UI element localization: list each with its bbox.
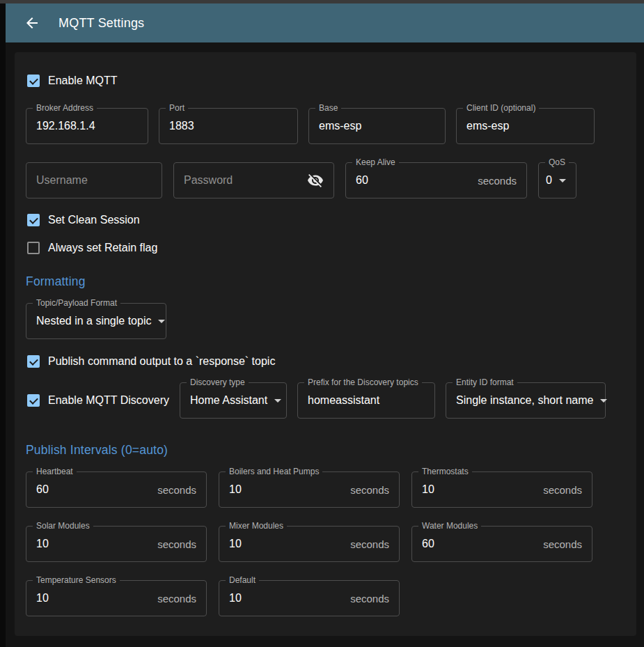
mixer-interval-field[interactable]: Mixer Modules 10 seconds (219, 526, 400, 562)
field-label: QoS (545, 158, 569, 167)
field-label: Port (166, 104, 188, 113)
select-value: Single instance, short name (456, 394, 593, 407)
field-label: Base (315, 104, 341, 113)
formatting-heading: Formatting (26, 274, 625, 289)
retain-flag-checkbox[interactable]: Always set Retain flag (26, 242, 625, 254)
chevron-down-icon (559, 179, 566, 182)
field-value: 60 (356, 174, 472, 187)
seconds-adornment: seconds (543, 484, 582, 496)
arrow-back-icon (24, 15, 40, 31)
response-topic-checkbox[interactable]: Publish command output to a `response` t… (26, 355, 625, 368)
clean-session-checkbox[interactable]: Set Clean Session (26, 214, 625, 226)
field-label: Discovery type (187, 378, 249, 387)
discovery-prefix-field[interactable]: Prefix for the Discovery topics homeassi… (297, 382, 435, 419)
checkbox-label: Always set Retain flag (48, 242, 157, 254)
default-interval-field[interactable]: Default 10 seconds (219, 580, 400, 616)
heartbeat-interval-field[interactable]: Heartbeat 60 seconds (26, 471, 207, 508)
temperature-sensors-interval-field[interactable]: Temperature Sensors 10 seconds (26, 580, 207, 616)
field-label: Temperature Sensors (33, 576, 120, 585)
field-label: Keep Alive (352, 158, 399, 167)
field-label: Topic/Payload Format (33, 299, 120, 308)
seconds-adornment: seconds (157, 484, 196, 496)
chevron-down-icon (158, 320, 165, 323)
thermostats-interval-field[interactable]: Thermostats 10 seconds (411, 471, 592, 508)
field-label: Thermostats (418, 467, 472, 476)
window-left-edge (0, 3, 6, 647)
username-field[interactable] (26, 162, 162, 198)
password-input[interactable] (184, 174, 301, 187)
checkbox-icon[interactable] (27, 214, 40, 226)
checkbox-label: Enable MQTT (48, 75, 118, 87)
solar-interval-field[interactable]: Solar Modules 10 seconds (26, 526, 207, 562)
password-field[interactable] (173, 162, 334, 198)
seconds-adornment: seconds (478, 175, 517, 187)
field-value: 10 (36, 538, 152, 550)
field-label: Prefix for the Discovery topics (304, 378, 422, 387)
checkbox-label: Set Clean Session (48, 214, 140, 226)
seconds-adornment: seconds (157, 538, 196, 550)
field-label: Default (226, 576, 259, 585)
checkbox-icon[interactable] (27, 242, 40, 254)
boilers-interval-field[interactable]: Boilers and Heat Pumps 10 seconds (219, 471, 400, 508)
field-value: 10 (229, 483, 345, 496)
seconds-adornment: seconds (350, 538, 389, 550)
back-button[interactable] (18, 9, 46, 37)
field-value: 1883 (169, 120, 194, 132)
field-label: Mixer Modules (226, 522, 287, 531)
chevron-down-icon (274, 399, 281, 403)
field-value: 10 (229, 592, 345, 605)
field-label: Solar Modules (33, 522, 93, 531)
entity-id-format-select[interactable]: Entity ID format Single instance, short … (446, 382, 606, 419)
checkbox-icon[interactable] (27, 75, 40, 87)
enable-mqtt-checkbox[interactable]: Enable MQTT (26, 75, 625, 87)
field-value: 10 (36, 592, 152, 605)
client-id-field[interactable]: Client ID (optional) ems-esp (456, 108, 595, 144)
checkbox-label: Enable MQTT Discovery (48, 394, 169, 407)
base-field[interactable]: Base ems-esp (308, 108, 446, 144)
topic-format-select[interactable]: Topic/Payload Format Nested in a single … (26, 303, 166, 339)
field-label: Boilers and Heat Pumps (226, 467, 322, 476)
discovery-type-select[interactable]: Discovery type Home Assistant (180, 382, 287, 419)
field-value: 10 (422, 483, 537, 496)
field-label: Water Modules (418, 522, 481, 531)
checkbox-icon[interactable] (27, 355, 40, 368)
broker-address-field[interactable]: Broker Address 192.168.1.4 (26, 108, 148, 144)
port-field[interactable]: Port 1883 (159, 108, 298, 144)
qos-select[interactable]: QoS 0 (538, 162, 576, 198)
select-value: Home Assistant (190, 394, 267, 407)
select-value: Nested in a single topic (36, 315, 151, 327)
seconds-adornment: seconds (350, 593, 389, 605)
field-value: ems-esp (466, 120, 509, 132)
settings-card: Enable MQTT Broker Address 192.168.1.4 P… (15, 52, 636, 636)
field-value: 60 (36, 483, 152, 496)
seconds-adornment: seconds (350, 484, 389, 496)
publish-intervals-heading: Publish Intervals (0=auto) (26, 443, 625, 458)
field-label: Client ID (optional) (463, 104, 539, 113)
field-value: homeassistant (308, 394, 379, 407)
water-interval-field[interactable]: Water Modules 60 seconds (411, 526, 592, 562)
mqtt-discovery-checkbox[interactable]: Enable MQTT Discovery (26, 394, 169, 407)
seconds-adornment: seconds (157, 593, 196, 605)
keep-alive-field[interactable]: Keep Alive 60 seconds (345, 162, 527, 198)
select-value: 0 (546, 174, 552, 187)
checkbox-icon[interactable] (27, 394, 40, 407)
field-value: 60 (422, 538, 537, 550)
chevron-down-icon (600, 399, 607, 403)
appbar: MQTT Settings (6, 3, 644, 42)
username-input[interactable] (36, 174, 152, 187)
page-title: MQTT Settings (58, 16, 144, 31)
field-value: 192.168.1.4 (36, 120, 95, 132)
field-label: Heartbeat (33, 467, 77, 476)
checkbox-label: Publish command output to a `response` t… (48, 355, 275, 368)
seconds-adornment: seconds (543, 538, 582, 550)
visibility-off-icon[interactable] (307, 172, 324, 189)
field-value: ems-esp (319, 120, 361, 132)
field-label: Entity ID format (453, 378, 517, 387)
field-label: Broker Address (33, 104, 97, 113)
field-value: 10 (229, 538, 345, 550)
